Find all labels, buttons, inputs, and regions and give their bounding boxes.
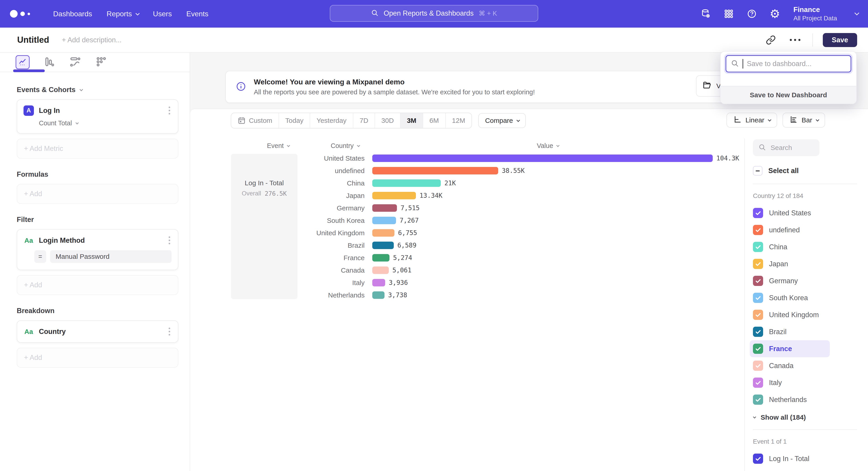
settings-gear-icon[interactable]: ⚙ [769,8,781,20]
value-bar[interactable] [372,279,385,286]
range-3m[interactable]: 3M [401,113,423,128]
range-7d[interactable]: 7D [353,113,375,128]
breakdown-property-name[interactable]: Country [39,328,66,336]
filter-value[interactable]: Manual Password [50,250,172,263]
series-search-input[interactable]: Search [753,139,819,156]
range-6m[interactable]: 6M [423,113,446,128]
country-checkbox[interactable] [753,208,763,218]
tab-retention[interactable] [93,54,110,70]
show-all-button[interactable]: Show all (184) [753,414,868,421]
column-header-country[interactable]: Country [331,142,359,150]
country-filter-row[interactable]: Germany [753,272,868,289]
tab-insights[interactable] [14,54,31,70]
country-filter-row[interactable]: United States [753,205,868,222]
copy-link-icon[interactable] [764,33,778,47]
value-bar[interactable] [372,192,416,199]
metric-event-name[interactable]: Log In [39,107,60,115]
compare-button[interactable]: Compare [478,113,526,128]
country-filter-row[interactable]: China [753,238,868,256]
filter-kebab-menu-icon[interactable] [167,235,172,246]
metric-card[interactable]: A Log In Count Total [17,99,178,134]
value-bar[interactable] [372,266,389,274]
event-checkbox[interactable] [753,453,763,464]
apps-grid-icon[interactable] [723,8,735,20]
country-filter-row[interactable]: South Korea [753,289,868,306]
value-bar[interactable] [372,242,394,249]
country-filter-row[interactable]: Brazil [753,323,868,340]
event-filter-row[interactable]: Log In - Total [753,450,868,467]
country-filter-row[interactable]: Japan [753,256,868,272]
save-to-new-dashboard-button[interactable]: Save to New Dashboard [721,86,856,104]
nav-item-events[interactable]: Events [179,0,216,28]
tab-funnels[interactable] [41,54,57,70]
value-bar[interactable] [372,154,713,162]
chart-type-selector[interactable]: Bar [782,113,825,127]
country-label: France [299,254,365,262]
metric-kebab-menu-icon[interactable] [167,105,172,116]
country-checkbox[interactable] [753,225,763,235]
country-checkbox[interactable] [753,242,763,252]
events-cohorts-header[interactable]: Events & Cohorts [17,86,178,94]
country-checkbox[interactable] [753,259,763,269]
value-bar[interactable] [372,167,498,174]
country-checkbox[interactable] [753,378,763,388]
column-header-event[interactable]: Event [267,142,289,150]
add-description[interactable]: + Add description... [62,36,122,44]
nav-item-dashboards[interactable]: Dashboards [46,0,99,28]
help-icon[interactable] [746,8,758,20]
project-chevron-down-icon[interactable] [855,12,858,16]
country-filter-row[interactable]: undefined [753,222,868,238]
filter-card[interactable]: Aa Login Method = Manual Password [17,229,178,270]
country-checkbox[interactable] [753,276,763,286]
country-label: Netherlands [299,291,365,299]
nav-item-users[interactable]: Users [146,0,179,28]
nav-item-reports[interactable]: Reports [99,0,146,28]
column-header-value[interactable]: Value [537,142,559,150]
country-filter-row[interactable]: Canada [753,357,868,374]
value-bar[interactable] [372,229,395,237]
add-metric-button[interactable]: + Add Metric [17,139,178,158]
country-checkbox[interactable] [753,394,763,405]
more-options-button[interactable] [788,33,802,47]
value-bar[interactable] [372,204,397,212]
add-formula-button[interactable]: + Add [17,184,178,204]
value-bar[interactable] [372,179,441,187]
mixpanel-logo[interactable] [10,10,30,18]
country-filter-row[interactable]: United Kingdom [753,306,868,323]
save-to-dashboard-input[interactable]: Save to dashboard... [725,55,851,72]
range-12m[interactable]: 12M [446,113,471,128]
country-filter-row[interactable]: Netherlands [753,391,868,408]
range-yesterday[interactable]: Yesterday [310,113,353,128]
value-bar[interactable] [372,217,396,224]
country-filter-row[interactable]: France [750,340,830,357]
add-filter-button[interactable]: + Add [17,275,178,295]
country-checkbox[interactable] [753,361,763,371]
country-checkbox[interactable] [753,344,763,354]
range-30d[interactable]: 30D [375,113,401,128]
breakdown-card[interactable]: Aa Country [17,320,178,343]
range-today[interactable]: Today [279,113,310,128]
select-all-row[interactable]: Select all [753,166,868,176]
data-management-icon[interactable] [700,8,712,20]
value-bar[interactable] [372,291,384,299]
country-checkbox[interactable] [753,310,763,320]
country-checkbox[interactable] [753,293,763,303]
scale-selector[interactable]: Linear [726,113,777,127]
select-all-checkbox[interactable] [753,166,763,176]
country-checkbox[interactable] [753,327,763,337]
filter-operator[interactable]: = [34,250,46,263]
range-custom[interactable]: Custom [231,113,279,128]
project-switcher[interactable]: Finance All Project Data [794,5,837,22]
filter-property-name[interactable]: Login Method [39,236,85,244]
country-filter-row[interactable]: Italy [753,374,868,391]
report-title[interactable]: Untitled [17,35,49,45]
calendar-icon [238,117,246,125]
chart-type-label: Bar [802,116,812,124]
save-button[interactable]: Save [823,33,857,47]
global-search-bar[interactable]: Open Reports & Dashboards ⌘ + K [330,5,538,22]
value-bar[interactable] [372,254,390,262]
add-breakdown-button[interactable]: + Add [17,348,178,367]
metric-aggregation[interactable]: Count Total [39,119,172,127]
tab-flows[interactable] [67,54,83,70]
breakdown-kebab-menu-icon[interactable] [167,326,172,337]
